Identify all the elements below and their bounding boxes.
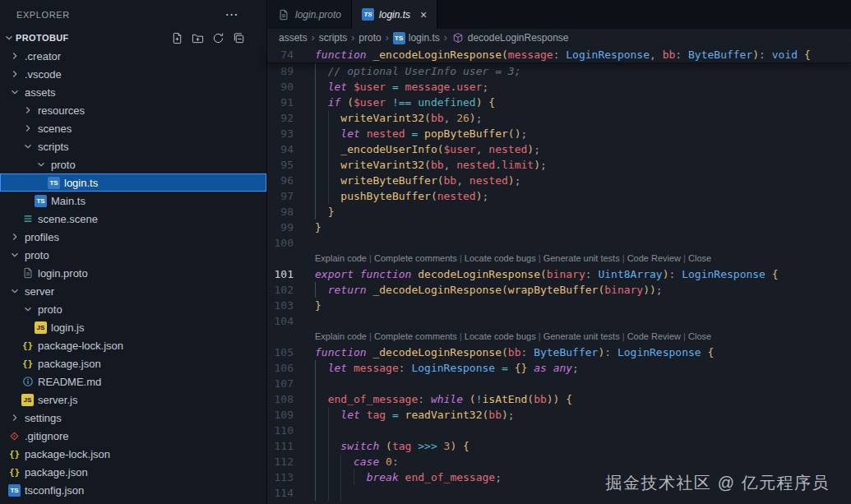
- line-number[interactable]: 98: [267, 204, 294, 220]
- line-number[interactable]: 108: [267, 391, 294, 407]
- tree-item-main-ts[interactable]: TSMain.ts: [0, 192, 266, 210]
- code-line[interactable]: let nested = popByteBuffer();: [294, 126, 851, 141]
- codelens-link-close[interactable]: Close: [688, 253, 711, 263]
- codelens-link-generate-unit-tests[interactable]: Generate unit tests: [543, 253, 620, 263]
- tree-item-package-json[interactable]: {}package.json: [0, 354, 266, 372]
- line-number[interactable]: 105: [267, 344, 294, 360]
- code-line[interactable]: switch (tag >>> 3) {: [294, 438, 851, 454]
- line-number[interactable]: [267, 329, 294, 344]
- code-line[interactable]: writeVarint32(bb, nested.limit);: [294, 157, 851, 173]
- codelens-link-complete-comments[interactable]: Complete comments: [374, 253, 457, 263]
- line-number[interactable]: 110: [267, 423, 294, 438]
- code-line[interactable]: function _encodeLoginResponse(message: L…: [294, 47, 851, 62]
- line-number[interactable]: 94: [267, 141, 294, 157]
- line-number[interactable]: 111: [267, 438, 294, 454]
- code-line[interactable]: [294, 423, 851, 438]
- breadcrumb-item-assets[interactable]: assets: [279, 32, 308, 44]
- codelens-link-explain-code[interactable]: Explain code: [315, 331, 367, 341]
- tree-item-tsconfig-json[interactable]: TStsconfig.json: [0, 481, 266, 499]
- section-header-protobuf[interactable]: PROTOBUF: [0, 29, 266, 47]
- code-line[interactable]: let message: LoginResponse = {} as any;: [294, 360, 851, 376]
- line-number[interactable]: 106: [267, 360, 294, 376]
- code-line[interactable]: }: [294, 204, 851, 220]
- code-line[interactable]: [294, 485, 851, 501]
- code-line[interactable]: [294, 313, 851, 329]
- code-line[interactable]: pushByteBuffer(nested);: [294, 188, 851, 204]
- tree-item-vscode[interactable]: .vscode: [0, 65, 266, 83]
- sticky-scroll-line[interactable]: 74function _encodeLoginResponse(message:…: [267, 47, 851, 63]
- codelens-link-code-review[interactable]: Code Review: [627, 331, 681, 341]
- tree-item-proto[interactable]: proto: [0, 300, 266, 318]
- tree-item-login-proto[interactable]: login.proto: [0, 264, 266, 282]
- tree-item-package-lock-json[interactable]: {}package-lock.json: [0, 336, 266, 354]
- tree-item-package-lock-json[interactable]: {}package-lock.json: [0, 445, 266, 463]
- codelens-links[interactable]: Explain code | Complete comments | Locat…: [294, 329, 851, 344]
- tree-item-proto[interactable]: proto: [0, 155, 266, 173]
- tree-item-profiles[interactable]: profiles: [0, 228, 266, 246]
- tree-item-resources[interactable]: resources: [0, 101, 266, 119]
- tree-item-package-json[interactable]: {}package.json: [0, 463, 266, 481]
- line-number[interactable]: 90: [267, 79, 294, 95]
- line-number[interactable]: 114: [267, 485, 294, 501]
- codelens-link-code-review[interactable]: Code Review: [627, 253, 681, 263]
- tree-item-server[interactable]: server: [0, 282, 266, 300]
- line-number[interactable]: 99: [267, 220, 294, 235]
- line-number[interactable]: 95: [267, 157, 294, 173]
- code-line[interactable]: let tag = readVarint32(bb);: [294, 407, 851, 423]
- line-number[interactable]: 101: [267, 266, 294, 282]
- tree-item-server-js[interactable]: JSserver.js: [0, 391, 266, 409]
- line-number[interactable]: 93: [267, 126, 294, 141]
- collapse-all-icon[interactable]: [231, 30, 246, 45]
- line-number[interactable]: [267, 251, 294, 266]
- code-line[interactable]: if ($user !== undefined) {: [294, 95, 851, 110]
- tree-item-readme-md[interactable]: README.md: [0, 372, 266, 391]
- code-line[interactable]: [294, 376, 851, 391]
- code-line[interactable]: // optional UserInfo user = 3;: [294, 63, 851, 79]
- code-line[interactable]: }: [294, 220, 851, 235]
- codelens-links[interactable]: Explain code | Complete comments | Locat…: [294, 251, 851, 266]
- tree-item-creator[interactable]: .creator: [0, 47, 266, 65]
- tab-login-proto[interactable]: login.proto: [267, 0, 352, 29]
- code-line[interactable]: end_of_message: while (!isAtEnd(bb)) {: [294, 391, 851, 407]
- tree-item-proto[interactable]: proto: [0, 246, 266, 264]
- tree-item-scenes[interactable]: scenes: [0, 119, 266, 137]
- code-line[interactable]: case 0:: [294, 454, 851, 469]
- codelens-link-locate-code-bugs[interactable]: Locate code bugs: [465, 253, 536, 263]
- code-line[interactable]: [294, 235, 851, 251]
- tree-item-login-ts[interactable]: TSlogin.ts: [0, 173, 266, 192]
- codelens-link-close[interactable]: Close: [688, 331, 711, 341]
- close-tab-icon[interactable]: ×: [420, 8, 427, 21]
- tree-item-scripts[interactable]: scripts: [0, 137, 266, 155]
- line-number[interactable]: 113: [267, 469, 294, 485]
- line-number[interactable]: 96: [267, 173, 294, 188]
- code-line[interactable]: writeByteBuffer(bb, nested);: [294, 173, 851, 188]
- more-actions-icon[interactable]: ⋯: [224, 7, 238, 22]
- breadcrumb-item-scripts[interactable]: scripts: [319, 32, 348, 44]
- codelens-link-locate-code-bugs[interactable]: Locate code bugs: [465, 331, 536, 341]
- tab-login-ts[interactable]: TSlogin.ts×: [352, 0, 437, 29]
- tree-item-scene-scene[interactable]: scene.scene: [0, 210, 266, 228]
- code-line[interactable]: export function decodeLoginResponse(bina…: [294, 266, 851, 282]
- code-line[interactable]: break end_of_message;: [294, 469, 851, 485]
- line-number[interactable]: 104: [267, 313, 294, 329]
- tree-item-gitignore[interactable]: .gitignore: [0, 427, 266, 445]
- new-file-icon[interactable]: [169, 30, 184, 45]
- line-number[interactable]: 100: [267, 235, 294, 251]
- code-line[interactable]: return _decodeLoginResponse(wrapByteBuff…: [294, 282, 851, 298]
- tree-item-settings[interactable]: settings: [0, 409, 266, 427]
- tree-item-assets[interactable]: assets: [0, 83, 266, 101]
- breadcrumb-item-login-ts[interactable]: TSlogin.ts: [393, 32, 440, 44]
- line-number[interactable]: 91: [267, 95, 294, 110]
- code-line[interactable]: }: [294, 298, 851, 313]
- codelens-link-explain-code[interactable]: Explain code: [315, 253, 367, 263]
- breadcrumb-item-proto[interactable]: proto: [358, 32, 381, 44]
- codelens-link-generate-unit-tests[interactable]: Generate unit tests: [543, 331, 620, 341]
- code-line[interactable]: _encodeUserInfo($user, nested);: [294, 141, 851, 157]
- line-number[interactable]: 102: [267, 282, 294, 298]
- line-number[interactable]: 103: [267, 298, 294, 313]
- line-number[interactable]: 107: [267, 376, 294, 391]
- code-line[interactable]: function _decodeLoginResponse(bb: ByteBu…: [294, 344, 851, 360]
- new-folder-icon[interactable]: [190, 30, 205, 45]
- code-line[interactable]: let $user = message.user;: [294, 79, 851, 95]
- line-number[interactable]: 97: [267, 188, 294, 204]
